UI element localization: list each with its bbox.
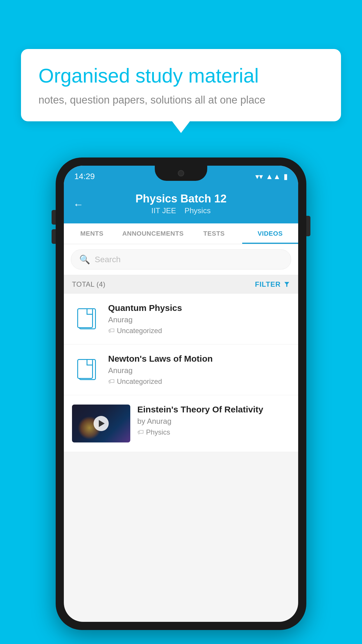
video-tag: 🏷 Uncategorized	[108, 327, 290, 335]
header-tag1: IIT JEE	[151, 206, 176, 215]
speech-bubble-card: Organised study material notes, question…	[21, 49, 341, 121]
search-bar-container: 🔍 Search	[64, 244, 298, 275]
tag-icon: 🏷	[108, 327, 115, 335]
status-time: 14:29	[74, 172, 95, 181]
filter-funnel-icon	[284, 281, 290, 288]
search-icon: 🔍	[79, 254, 90, 265]
play-button[interactable]	[94, 416, 109, 431]
tab-videos[interactable]: VIDEOS	[242, 223, 298, 244]
tab-ments[interactable]: MENTS	[64, 223, 120, 244]
bubble-subtitle: notes, question papers, solutions all at…	[38, 94, 324, 106]
battery-icon: ▮	[284, 172, 288, 181]
video-tag: 🏷 Physics	[137, 428, 290, 436]
header-subtitle: IIT JEE Physics	[74, 206, 288, 215]
list-item[interactable]: Einstein's Theory Of Relativity by Anura…	[64, 395, 298, 452]
vol-up-button	[52, 210, 56, 225]
video-file-icon	[72, 303, 101, 332]
video-tag: 🏷 Uncategorized	[108, 377, 290, 386]
file-icon-front	[77, 308, 93, 328]
filter-button[interactable]: FILTER	[255, 280, 290, 288]
left-buttons	[52, 210, 56, 249]
vol-down-button	[52, 229, 56, 244]
list-item[interactable]: Quantum Physics Anurag 🏷 Uncategorized	[64, 294, 298, 344]
phone-screen: 14:29 ▾▾ ▲▲ ▮ ← Physics Batch 12 IIT JEE…	[64, 166, 298, 622]
video-author: Anurag	[108, 366, 290, 375]
back-button[interactable]: ←	[73, 198, 84, 211]
file-icon	[77, 357, 96, 380]
tab-tests[interactable]: TESTS	[186, 223, 242, 244]
bubble-title: Organised study material	[38, 64, 324, 87]
tab-announcements[interactable]: ANNOUNCEMENTS	[120, 223, 186, 244]
video-title: Einstein's Theory Of Relativity	[137, 405, 290, 414]
app-header: ← Physics Batch 12 IIT JEE Physics	[64, 186, 298, 223]
phone-notch	[155, 166, 207, 181]
video-list: Quantum Physics Anurag 🏷 Uncategorized	[64, 294, 298, 452]
video-author: Anurag	[108, 315, 290, 324]
video-info: Newton's Laws of Motion Anurag 🏷 Uncateg…	[108, 354, 290, 386]
file-icon	[77, 306, 96, 329]
list-item[interactable]: Newton's Laws of Motion Anurag 🏷 Uncateg…	[64, 344, 298, 395]
video-thumbnail-image	[72, 405, 130, 442]
header-title: Physics Batch 12	[74, 192, 288, 205]
svg-marker-0	[284, 282, 289, 287]
wifi-icon: ▾▾	[255, 172, 263, 181]
power-button	[306, 216, 310, 236]
filter-bar: TOTAL (4) FILTER	[64, 275, 298, 294]
search-bar[interactable]: 🔍 Search	[71, 249, 291, 270]
file-icon-front	[77, 359, 93, 379]
front-camera	[178, 170, 184, 176]
phone-container: 14:29 ▾▾ ▲▲ ▮ ← Physics Batch 12 IIT JEE…	[56, 158, 306, 630]
video-author: by Anurag	[137, 417, 290, 426]
video-title: Newton's Laws of Motion	[108, 354, 290, 364]
phone-frame: 14:29 ▾▾ ▲▲ ▮ ← Physics Batch 12 IIT JEE…	[56, 158, 306, 630]
video-info: Einstein's Theory Of Relativity by Anura…	[137, 405, 290, 436]
side-buttons	[306, 216, 310, 242]
play-triangle-icon	[99, 420, 105, 427]
video-file-icon	[72, 354, 101, 383]
tag-icon: 🏷	[108, 378, 115, 385]
video-title: Quantum Physics	[108, 303, 290, 313]
signal-icon: ▲▲	[266, 172, 281, 181]
status-icons: ▾▾ ▲▲ ▮	[255, 172, 288, 181]
tabs-bar: MENTS ANNOUNCEMENTS TESTS VIDEOS	[64, 223, 298, 244]
header-tag2: Physics	[184, 206, 211, 215]
tag-icon: 🏷	[137, 428, 144, 436]
search-placeholder: Search	[95, 255, 121, 264]
total-count: TOTAL (4)	[72, 280, 106, 288]
video-info: Quantum Physics Anurag 🏷 Uncategorized	[108, 303, 290, 335]
